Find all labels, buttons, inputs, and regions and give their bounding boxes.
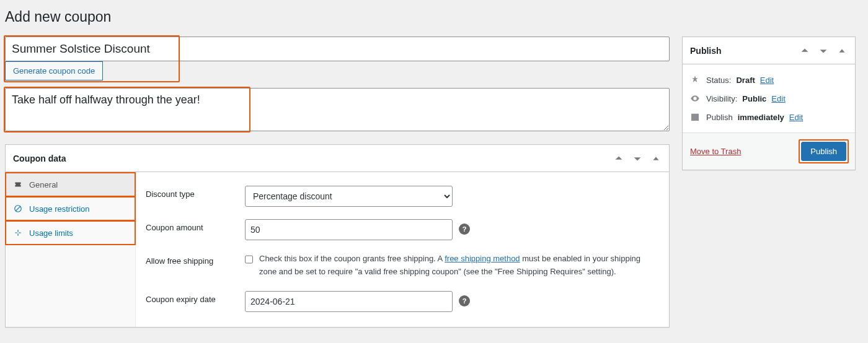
free-shipping-label: Allow free shipping <box>146 253 245 266</box>
coupon-amount-input[interactable] <box>245 219 453 240</box>
tab-usage-limits[interactable]: Usage limits <box>6 221 135 245</box>
limits-icon <box>13 228 23 238</box>
visibility-value: Public <box>742 94 766 103</box>
move-down-button[interactable] <box>814 41 833 60</box>
coupon-description-textarea[interactable]: Take half off halfway through the year! <box>5 88 670 131</box>
expiry-date-label: Coupon expiry date <box>146 291 245 304</box>
page-title: Add new coupon <box>5 9 856 25</box>
schedule-value: immediately <box>738 113 784 122</box>
eye-icon <box>690 93 701 103</box>
edit-schedule-link[interactable]: Edit <box>789 113 803 122</box>
schedule-label: Publish <box>706 113 733 122</box>
coupon-amount-label: Coupon amount <box>146 219 245 232</box>
chevron-up-icon <box>799 45 810 56</box>
toggle-panel-button[interactable] <box>833 41 851 60</box>
coupon-data-title: Coupon data <box>6 154 74 163</box>
publish-box: Publish S <box>682 37 856 170</box>
chevron-down-icon <box>632 153 643 164</box>
triangle-up-icon <box>836 45 848 56</box>
expiry-date-input[interactable] <box>245 291 453 312</box>
coupon-title-input[interactable] <box>5 37 670 61</box>
move-up-button[interactable] <box>609 149 628 168</box>
publish-button[interactable]: Publish <box>801 142 846 161</box>
coupon-data-box: Coupon data <box>5 144 670 328</box>
status-value: Draft <box>736 76 755 85</box>
toggle-panel-button[interactable] <box>647 149 665 168</box>
free-shipping-checkbox[interactable] <box>245 254 253 265</box>
no-entry-icon <box>13 204 23 214</box>
tab-general[interactable]: General <box>6 173 135 197</box>
publish-box-title: Publish <box>683 46 729 56</box>
help-icon[interactable]: ? <box>459 295 470 306</box>
visibility-label: Visibility: <box>706 94 737 103</box>
edit-status-link[interactable]: Edit <box>760 76 774 85</box>
ticket-icon <box>13 180 23 189</box>
free-shipping-description: Check this box if the coupon grants free… <box>259 253 659 279</box>
status-label: Status: <box>706 76 731 85</box>
move-to-trash-link[interactable]: Move to Trash <box>690 147 741 156</box>
free-shipping-method-link[interactable]: free shipping method <box>445 254 520 263</box>
help-icon[interactable]: ? <box>459 224 470 235</box>
chevron-down-icon <box>818 45 829 56</box>
tab-label: Usage restriction <box>29 204 90 214</box>
tab-usage-restriction[interactable]: Usage restriction <box>6 197 135 221</box>
svg-line-1 <box>16 206 20 211</box>
edit-visibility-link[interactable]: Edit <box>771 94 785 103</box>
discount-type-select[interactable]: Percentage discount <box>245 186 453 207</box>
discount-type-label: Discount type <box>146 186 245 199</box>
tab-label: Usage limits <box>29 228 73 238</box>
calendar-icon <box>690 112 701 122</box>
pin-icon <box>690 75 701 85</box>
triangle-up-icon <box>650 153 662 164</box>
highlight-box <box>5 172 136 197</box>
move-down-button[interactable] <box>628 149 647 168</box>
move-up-button[interactable] <box>795 41 814 60</box>
chevron-up-icon <box>613 153 624 164</box>
coupon-data-tabs: General Usage restriction <box>6 172 136 327</box>
tab-label: General <box>29 180 58 189</box>
generate-coupon-code-button[interactable]: Generate coupon code <box>5 61 103 80</box>
